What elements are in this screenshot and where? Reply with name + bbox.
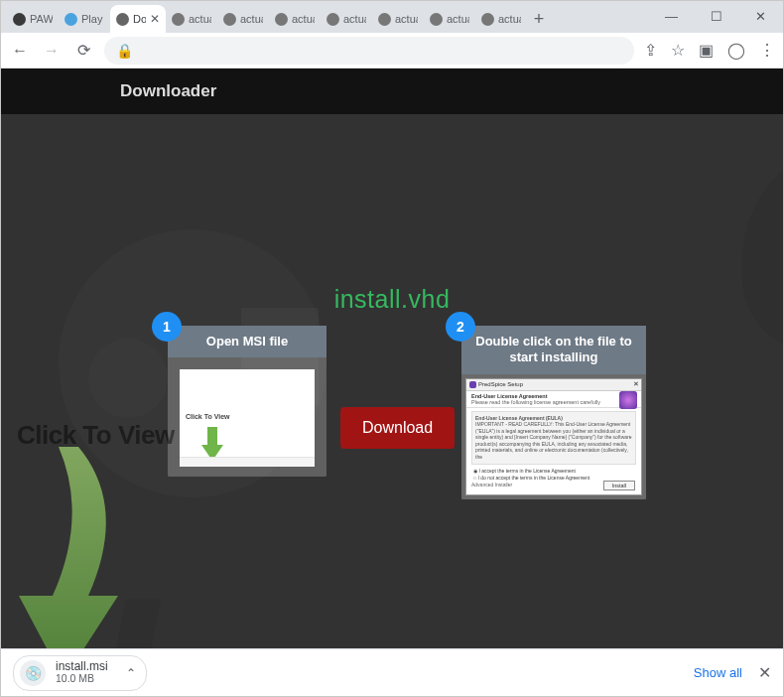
close-window-button[interactable]: ✕ <box>738 1 783 31</box>
tab-label: actua <box>343 13 366 25</box>
installer-dialog-preview: PredSpice Setup ✕ End-User License Agree… <box>465 378 642 495</box>
tab-label: actua <box>189 13 211 25</box>
tab-7[interactable]: actua <box>372 5 424 33</box>
tab-4[interactable]: actua <box>217 5 269 33</box>
step-1-preview: Click To View <box>180 369 315 467</box>
share-icon[interactable]: ⇪ <box>644 41 657 60</box>
tab-label: Play <box>81 13 104 25</box>
side-panel-icon[interactable]: ▣ <box>699 41 714 60</box>
viewport: Downloader C sk install.vhd 1 Open MSI f… <box>1 69 783 648</box>
toolbar: ← → ⟳ 🔒 ⇪ ☆ ▣ ◯ ⋮ <box>1 33 783 69</box>
tab-5[interactable]: actua <box>269 5 321 33</box>
step-2-title: Double click on the file to start instal… <box>461 326 646 374</box>
step-1-title: Open MSI file <box>168 326 327 357</box>
tab-label: actua <box>292 13 315 25</box>
dialog-close-icon: ✕ <box>633 380 639 388</box>
msi-file-icon: 💿 <box>20 660 46 686</box>
tab-6[interactable]: actua <box>321 5 372 33</box>
minimize-button[interactable]: — <box>649 1 694 31</box>
address-bar[interactable]: 🔒 <box>104 37 634 65</box>
page-body: C sk install.vhd 1 Open MSI file Click T… <box>1 114 783 648</box>
lock-icon: 🔒 <box>116 43 133 59</box>
step-2-card: 2 Double click on the file to start inst… <box>461 326 646 499</box>
window-controls: — ☐ ✕ <box>649 1 783 31</box>
download-button[interactable]: Download <box>340 407 455 449</box>
site-header: Downloader <box>1 69 783 114</box>
bookmark-star-icon[interactable]: ☆ <box>671 41 685 60</box>
tab-label: actua <box>447 13 469 25</box>
kebab-menu-icon[interactable]: ⋮ <box>759 41 775 60</box>
profile-avatar-icon[interactable]: ◯ <box>727 41 745 60</box>
dialog-title: PredSpice Setup <box>478 381 523 387</box>
tabs: PAW Play Do✕ actua actua actua actua act… <box>7 5 527 33</box>
radio-accept: ◉ I accept the terms in the License Agre… <box>473 468 634 474</box>
tab-8[interactable]: actua <box>424 5 475 33</box>
reload-button[interactable]: ⟳ <box>72 41 94 60</box>
installer-logo-icon <box>469 381 476 388</box>
download-filesize: 10.0 MB <box>56 673 108 685</box>
down-arrow-icon <box>201 427 223 461</box>
tab-label: actua <box>395 13 418 25</box>
step-badge-1: 1 <box>152 312 182 342</box>
install-button-preview: Install <box>603 481 635 490</box>
product-logo-icon <box>619 391 637 409</box>
chevron-up-icon[interactable]: ⌃ <box>126 666 136 680</box>
tab-strip: PAW Play Do✕ actua actua actua actua act… <box>1 1 783 33</box>
close-shelf-icon[interactable]: ✕ <box>758 663 771 682</box>
watermark-bg-icon: C <box>726 144 783 352</box>
download-item[interactable]: 💿 install.msi 10.0 MB ⌃ <box>13 655 147 691</box>
new-tab-button[interactable]: + <box>527 9 551 33</box>
tab-label: Do <box>133 13 146 25</box>
dialog-subtitle2: Please read the following license agreem… <box>471 399 636 405</box>
step-1-card: 1 Open MSI file Click To View <box>168 326 327 477</box>
forward-button[interactable]: → <box>41 42 63 60</box>
close-tab-icon[interactable]: ✕ <box>150 12 160 26</box>
tab-0[interactable]: PAW <box>7 5 59 33</box>
download-shelf: 💿 install.msi 10.0 MB ⌃ Show all ✕ <box>1 648 783 696</box>
browser-window: PAW Play Do✕ actua actua actua actua act… <box>0 0 784 697</box>
eula-body: IMPORTANT - READ CAREFULLY: This End-Use… <box>475 421 632 460</box>
tab-label: actua <box>498 13 521 25</box>
filename-heading: install.vhd <box>334 285 451 314</box>
step-badge-2: 2 <box>446 312 475 342</box>
tab-label: PAW <box>30 13 53 25</box>
tab-2-active[interactable]: Do✕ <box>110 5 166 33</box>
page-content: Downloader C sk install.vhd 1 Open MSI f… <box>1 69 783 648</box>
tab-9[interactable]: actua <box>475 5 527 33</box>
back-button[interactable]: ← <box>9 42 31 60</box>
tab-3[interactable]: actua <box>166 5 217 33</box>
tab-1[interactable]: Play <box>59 5 110 33</box>
watermark-arrow-icon <box>19 447 138 648</box>
tab-label: actua <box>240 13 263 25</box>
maximize-button[interactable]: ☐ <box>694 1 738 31</box>
preview-caption: Click To View <box>186 413 229 420</box>
show-all-downloads-link[interactable]: Show all <box>694 665 742 680</box>
